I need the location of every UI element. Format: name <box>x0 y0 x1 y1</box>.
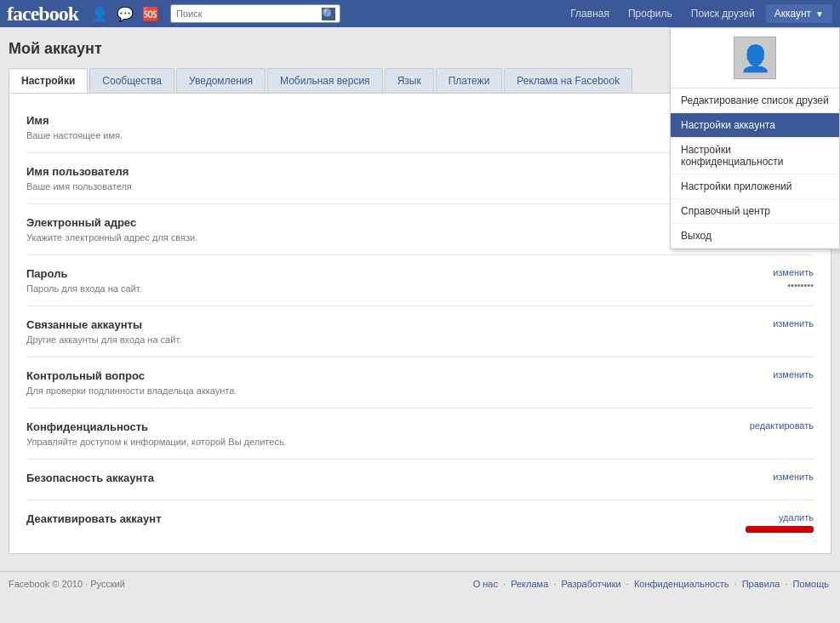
dropdown-edit-friends[interactable]: Редактирование список друзей <box>671 89 839 113</box>
setting-username-title: Имя пользователя <box>26 165 711 178</box>
footer-link-rules[interactable]: Правила <box>742 579 780 589</box>
setting-deactivate-title: Деактивировать аккаунт <box>26 512 711 525</box>
setting-linked-accounts-action[interactable]: изменить <box>773 318 814 329</box>
search-input[interactable] <box>170 4 340 23</box>
setting-security-question-right: изменить <box>711 369 814 380</box>
setting-privacy-desc: Управляйте доступом к информации, которо… <box>26 437 711 447</box>
setting-privacy: Конфиденциальность Управляйте доступом к… <box>26 409 814 460</box>
setting-linked-accounts: Связанные аккаунты Другие аккаунты для в… <box>26 306 814 357</box>
setting-name-left: Имя Ваше настоящее имя. <box>26 114 711 140</box>
notifications-bell-icon[interactable]: 🆘 <box>142 6 159 22</box>
setting-privacy-right: редактировать <box>711 420 814 431</box>
setting-linked-accounts-left: Связанные аккаунты Другие аккаунты для в… <box>26 318 711 345</box>
account-label: Аккаунт <box>774 8 811 20</box>
setting-password-right: изменить •••••••• <box>711 267 814 290</box>
setting-password-action[interactable]: изменить <box>773 267 814 277</box>
tab-settings[interactable]: Настройки <box>9 68 88 93</box>
setting-deactivate-right: удалить <box>711 512 814 533</box>
friends-icon[interactable]: 👤 <box>91 6 108 22</box>
setting-privacy-action[interactable]: редактировать <box>750 420 814 431</box>
tab-language[interactable]: Язык <box>385 68 434 93</box>
setting-account-security-right: изменить <box>711 472 814 482</box>
footer-link-ads[interactable]: Реклама <box>511 579 548 589</box>
setting-password-title: Пароль <box>26 267 711 280</box>
setting-account-security-title: Безопасность аккаунта <box>26 472 711 484</box>
footer-link-help[interactable]: Помощь <box>793 579 830 589</box>
tab-ads[interactable]: Реклама на Facebook <box>504 68 632 93</box>
setting-username-left: Имя пользователя Ваше имя пользователя <box>26 165 711 191</box>
setting-linked-accounts-right: изменить <box>711 318 814 329</box>
setting-email-desc: Укажите электронный адрес для связи. <box>26 232 711 243</box>
dropdown-app-settings[interactable]: Настройки приложений <box>671 174 839 199</box>
nav-home[interactable]: Главная <box>562 3 618 24</box>
tab-mobile[interactable]: Мобильная версия <box>267 68 383 93</box>
footer-links: О нас · Реклама · Разработчики · Конфиде… <box>471 579 831 589</box>
setting-deactivate: Деактивировать аккаунт удалить <box>26 500 814 545</box>
setting-account-security-action[interactable]: изменить <box>773 472 814 482</box>
tab-notifications[interactable]: Уведомления <box>176 68 266 93</box>
setting-account-security: Безопасность аккаунта изменить <box>26 460 814 500</box>
setting-name-desc: Ваше настоящее имя. <box>26 130 711 140</box>
setting-linked-accounts-desc: Другие аккаунты для входа на сайт. <box>26 334 711 345</box>
setting-security-question-action[interactable]: изменить <box>773 369 814 380</box>
setting-email-left: Электронный адрес Укажите электронный ад… <box>26 216 711 243</box>
avatar-container: 👤 <box>671 28 839 89</box>
setting-password: Пароль Пароль для входа на сайт. изменит… <box>26 255 814 306</box>
tab-payments[interactable]: Платежи <box>436 68 503 93</box>
setting-security-question-title: Контрольный вопрос <box>26 369 711 382</box>
footer-link-developers[interactable]: Разработчики <box>561 579 620 589</box>
search-button[interactable]: 🔍 <box>322 8 335 20</box>
setting-email-title: Электронный адрес <box>26 216 711 229</box>
top-navigation: facebook 👤 💬 🆘 🔍 Главная Профиль Поиск д… <box>0 0 840 27</box>
footer-link-about[interactable]: О нас <box>473 579 498 589</box>
dropdown-logout[interactable]: Выход <box>671 224 839 249</box>
account-button[interactable]: Аккаунт ▼ <box>765 3 833 24</box>
setting-account-security-left: Безопасность аккаунта <box>26 472 711 488</box>
footer-copyright: Facebook © 2010 · Русский <box>9 579 125 589</box>
dropdown-help[interactable]: Справочный центр <box>671 199 839 224</box>
nav-find-friends[interactable]: Поиск друзей <box>683 3 763 24</box>
setting-privacy-left: Конфиденциальность Управляйте доступом к… <box>26 420 711 447</box>
setting-password-left: Пароль Пароль для входа на сайт. <box>26 267 711 294</box>
footer: Facebook © 2010 · Русский О нас · Реклам… <box>0 571 840 596</box>
chevron-down-icon: ▼ <box>815 9 824 19</box>
avatar: 👤 <box>734 37 776 79</box>
setting-username-desc: Ваше имя пользователя <box>26 181 711 191</box>
nav-links: Главная Профиль Поиск друзей Аккаунт ▼ <box>562 3 833 24</box>
search-box: 🔍 <box>170 4 335 23</box>
setting-deactivate-left: Деактивировать аккаунт <box>26 512 711 529</box>
setting-linked-accounts-title: Связанные аккаунты <box>26 318 711 331</box>
setting-security-question: Контрольный вопрос Для проверки подлинно… <box>26 357 814 409</box>
setting-name-title: Имя <box>26 114 711 127</box>
delete-bar <box>746 526 814 533</box>
setting-deactivate-action[interactable]: удалить <box>779 512 814 523</box>
setting-security-question-desc: Для проверки подлинности владельца аккау… <box>26 386 711 396</box>
setting-security-question-left: Контрольный вопрос Для проверки подлинно… <box>26 369 711 396</box>
setting-password-desc: Пароль для входа на сайт. <box>26 283 711 294</box>
nav-profile[interactable]: Профиль <box>620 3 681 24</box>
footer-link-privacy[interactable]: Конфиденциальность <box>634 579 729 589</box>
facebook-logo: facebook <box>7 3 78 26</box>
messages-icon[interactable]: 💬 <box>117 6 134 22</box>
account-dropdown: 👤 Редактирование список друзей Настройки… <box>670 27 840 249</box>
tab-communities[interactable]: Сообщества <box>89 68 174 93</box>
dropdown-account-settings[interactable]: Настройки аккаунта <box>671 113 839 138</box>
setting-password-value: •••••••• <box>787 280 814 290</box>
dropdown-privacy-settings[interactable]: Настройки конфиденциальности <box>671 138 839 174</box>
setting-privacy-title: Конфиденциальность <box>26 420 711 433</box>
